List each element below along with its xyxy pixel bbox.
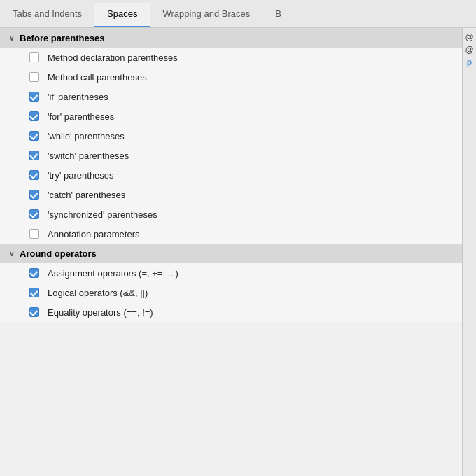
section-header-around-operators[interactable]: ∨Around operators bbox=[0, 244, 462, 263]
right-panel-char-0: @ bbox=[465, 32, 473, 42]
checkbox-label: Logical operators (&&, ||) bbox=[48, 288, 148, 298]
checkbox-item-method-call[interactable]: Method call parentheses bbox=[0, 67, 462, 87]
tabs-bar: Tabs and IndentsSpacesWrapping and Brace… bbox=[0, 0, 476, 28]
checkbox-label: Method declaration parentheses bbox=[48, 52, 178, 63]
checkbox-wrap bbox=[28, 169, 41, 181]
checkbox-label: 'if' parentheses bbox=[48, 92, 108, 102]
checkbox-wrap bbox=[28, 286, 41, 299]
checkbox-label: Annotation parameters bbox=[48, 229, 140, 239]
checkbox-item-annotation-params[interactable]: Annotation parameters bbox=[0, 224, 462, 244]
checkbox-wrap bbox=[28, 90, 41, 103]
checkbox-box[interactable] bbox=[29, 190, 39, 200]
checkbox-box[interactable] bbox=[29, 307, 39, 317]
checkbox-wrap bbox=[28, 71, 41, 83]
checkbox-label: Assignment operators (=, +=, ...) bbox=[48, 268, 178, 279]
checkbox-item-for-paren[interactable]: 'for' parentheses bbox=[0, 106, 462, 126]
section-items-before-parentheses: Method declaration parenthesesMethod cal… bbox=[0, 48, 462, 244]
checkbox-label: 'switch' parentheses bbox=[48, 150, 129, 161]
chevron-icon: ∨ bbox=[6, 32, 17, 43]
checkbox-item-if-paren[interactable]: 'if' parentheses bbox=[0, 87, 462, 106]
main-panel: ∨Before parenthesesMethod declaration pa… bbox=[0, 28, 462, 476]
checkbox-box[interactable] bbox=[29, 288, 39, 298]
tab-b[interactable]: B bbox=[262, 3, 294, 27]
section-items-around-operators: Assignment operators (=, +=, ...)Logical… bbox=[0, 263, 462, 322]
section-label: Before parentheses bbox=[20, 33, 104, 43]
content-area: ∨Before parenthesesMethod declaration pa… bbox=[0, 28, 476, 476]
checkbox-label: 'try' parentheses bbox=[48, 170, 114, 181]
checkbox-wrap bbox=[28, 110, 41, 122]
checkbox-box[interactable] bbox=[29, 150, 39, 160]
section-label: Around operators bbox=[20, 248, 97, 259]
checkbox-box[interactable] bbox=[29, 209, 39, 219]
checkbox-wrap bbox=[28, 188, 41, 201]
checkbox-wrap bbox=[28, 130, 41, 142]
checkbox-item-logical-ops[interactable]: Logical operators (&&, ||) bbox=[0, 283, 462, 302]
tab-tabs-indents[interactable]: Tabs and Indents bbox=[0, 3, 94, 27]
checkbox-box[interactable] bbox=[29, 92, 39, 102]
checkbox-box[interactable] bbox=[29, 52, 39, 62]
section-header-before-parentheses[interactable]: ∨Before parentheses bbox=[0, 28, 462, 48]
checkbox-label: 'catch' parentheses bbox=[48, 190, 125, 200]
checkbox-box[interactable] bbox=[29, 131, 39, 141]
checkbox-box[interactable] bbox=[29, 170, 39, 180]
checkbox-label: Equality operators (==, !=) bbox=[48, 307, 153, 318]
checkbox-wrap bbox=[28, 208, 41, 220]
tab-wrapping-braces[interactable]: Wrapping and Braces bbox=[150, 3, 262, 27]
checkbox-item-try-paren[interactable]: 'try' parentheses bbox=[0, 165, 462, 185]
checkbox-label: Method call parentheses bbox=[48, 72, 147, 83]
checkbox-item-method-decl[interactable]: Method declaration parentheses bbox=[0, 48, 462, 67]
checkbox-item-equality-ops[interactable]: Equality operators (==, !=) bbox=[0, 302, 462, 322]
checkbox-label: 'for' parentheses bbox=[48, 111, 114, 122]
right-panel-char-1: @ bbox=[465, 45, 473, 55]
checkbox-wrap bbox=[28, 306, 41, 318]
tab-spaces[interactable]: Spaces bbox=[94, 3, 150, 27]
checkbox-wrap bbox=[28, 51, 41, 64]
checkbox-label: 'while' parentheses bbox=[48, 131, 125, 141]
checkbox-wrap bbox=[28, 227, 41, 240]
checkbox-wrap bbox=[28, 149, 41, 162]
right-panel-char-2: p bbox=[467, 57, 472, 67]
right-panel: @@p bbox=[462, 28, 476, 476]
checkbox-item-switch-paren[interactable]: 'switch' parentheses bbox=[0, 146, 462, 165]
chevron-icon: ∨ bbox=[6, 248, 17, 259]
checkbox-label: 'synchronized' parentheses bbox=[48, 209, 158, 220]
checkbox-item-assignment-ops[interactable]: Assignment operators (=, +=, ...) bbox=[0, 263, 462, 283]
checkbox-item-while-paren[interactable]: 'while' parentheses bbox=[0, 126, 462, 146]
checkbox-box[interactable] bbox=[29, 268, 39, 278]
checkbox-box[interactable] bbox=[29, 229, 39, 239]
checkbox-item-synchronized-paren[interactable]: 'synchronized' parentheses bbox=[0, 204, 462, 224]
checkbox-box[interactable] bbox=[29, 111, 39, 121]
checkbox-item-catch-paren[interactable]: 'catch' parentheses bbox=[0, 185, 462, 204]
checkbox-box[interactable] bbox=[29, 72, 39, 82]
checkbox-wrap bbox=[28, 267, 41, 279]
